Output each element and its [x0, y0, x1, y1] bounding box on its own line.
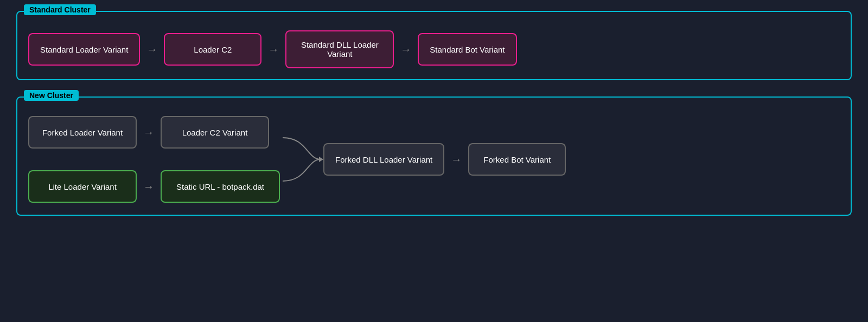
arrow-5: → — [137, 181, 161, 193]
standard-flow-row: Standard Loader Variant → Loader C2 → St… — [28, 30, 840, 68]
main-container: Standard Cluster Standard Loader Variant… — [0, 0, 868, 227]
node-forked-bot-variant: Forked Bot Variant — [468, 143, 566, 176]
arrow-3: → — [394, 43, 418, 56]
node-standard-dll-loader-variant: Standard DLL LoaderVariant — [285, 30, 394, 68]
new-cluster: New Cluster Forked Loader Variant → Load… — [16, 96, 852, 216]
standard-cluster: Standard Cluster Standard Loader Variant… — [16, 11, 852, 80]
node-forked-loader-variant: Forked Loader Variant — [28, 116, 137, 149]
arrow-4: → — [137, 126, 161, 139]
node-lite-loader-variant: Lite Loader Variant — [28, 170, 137, 203]
new-cluster-label: New Cluster — [24, 90, 79, 101]
arrow-2: → — [261, 43, 285, 56]
arrow-1: → — [140, 43, 164, 56]
node-standard-loader-variant: Standard Loader Variant — [28, 33, 140, 66]
node-standard-bot-variant: Standard Bot Variant — [418, 33, 516, 66]
node-forked-dll-loader-variant: Forked DLL Loader Variant — [323, 143, 444, 176]
merge-arrows-svg — [280, 116, 323, 203]
arrow-6: → — [444, 153, 468, 166]
svg-marker-0 — [319, 157, 323, 162]
standard-cluster-label: Standard Cluster — [24, 4, 96, 15]
node-loader-c2: Loader C2 — [164, 33, 261, 66]
node-static-url-botpack: Static URL - botpack.dat — [161, 170, 280, 203]
node-loader-c2-variant: Loader C2 Variant — [161, 116, 269, 149]
